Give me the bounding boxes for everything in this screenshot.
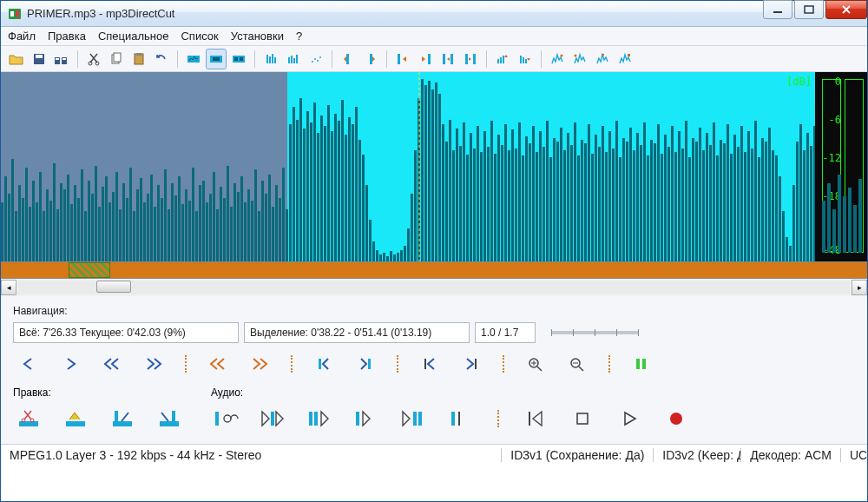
svg-rect-210	[542, 147, 545, 261]
svg-point-33	[317, 60, 319, 62]
svg-rect-184	[452, 150, 455, 261]
horizontal-scrollbar[interactable]: ◂ ▸	[1, 279, 867, 296]
nav-forward-button[interactable]	[138, 352, 169, 376]
fx-c-button[interactable]	[592, 49, 613, 69]
play-after-sel-button[interactable]	[398, 406, 430, 432]
svg-rect-259	[713, 122, 715, 261]
minimize-button[interactable]	[763, 0, 792, 19]
svg-rect-127	[254, 169, 257, 261]
waveview-b-button[interactable]	[283, 49, 304, 69]
svg-rect-207	[532, 126, 535, 261]
fx-d-button[interactable]	[615, 49, 635, 69]
zoom-slider[interactable]	[551, 331, 638, 334]
svg-rect-175	[421, 79, 424, 261]
view-mode-b-button[interactable]	[206, 49, 227, 69]
svg-rect-106	[181, 204, 184, 261]
copy-button[interactable]	[106, 49, 127, 69]
svg-rect-151	[338, 121, 340, 261]
cut-button[interactable]	[83, 49, 104, 69]
play-button[interactable]	[614, 406, 645, 432]
save-button[interactable]	[29, 49, 49, 69]
menu-help[interactable]: ?	[296, 30, 302, 43]
mark-out-button[interactable]	[360, 49, 381, 69]
paste-button[interactable]	[128, 49, 149, 69]
edit-trim-button[interactable]	[60, 406, 91, 432]
waveview-c-button[interactable]	[306, 49, 326, 69]
svg-rect-92	[133, 211, 135, 261]
svg-rect-180	[438, 94, 441, 261]
open-button[interactable]	[6, 49, 27, 69]
svg-rect-128	[258, 211, 260, 261]
nav-frame-back-button[interactable]	[414, 352, 445, 376]
sel-end-left-button[interactable]	[437, 49, 458, 69]
nav-last-button[interactable]	[55, 352, 86, 376]
view-mode-c-button[interactable]	[228, 49, 249, 69]
play-from-sel-start-button[interactable]	[258, 406, 289, 432]
view-mode-a-button[interactable]	[183, 49, 204, 69]
fx-a-button[interactable]	[547, 49, 568, 69]
undo-button[interactable]	[151, 49, 172, 69]
menu-file[interactable]: Файл	[8, 30, 36, 43]
mark-in-button[interactable]	[338, 49, 358, 69]
waveform-display[interactable]: [dB] 0 -6 -12 -18 -48	[1, 72, 867, 261]
svg-rect-272	[758, 157, 760, 261]
gain-a-button[interactable]	[492, 49, 513, 69]
sel-end-right-button[interactable]	[460, 49, 481, 69]
menu-edit[interactable]: Правка	[48, 30, 86, 43]
svg-rect-189	[470, 133, 472, 261]
play-to-sel-end-button[interactable]	[352, 406, 383, 432]
edit-fade-out-button[interactable]	[154, 406, 185, 432]
svg-rect-40	[450, 54, 453, 64]
svg-rect-232	[619, 157, 621, 261]
timeline-selection[interactable]	[69, 262, 110, 278]
svg-rect-84	[105, 176, 108, 261]
show-selection-button[interactable]	[626, 352, 657, 376]
waveview-a-button[interactable]	[260, 49, 281, 69]
play-sel-button[interactable]	[305, 406, 336, 432]
fx-b-button[interactable]	[569, 49, 590, 69]
nav-frame-fwd-button[interactable]	[456, 352, 487, 376]
record-button[interactable]	[661, 406, 692, 432]
svg-rect-194	[487, 147, 490, 261]
svg-rect-245	[664, 135, 667, 261]
svg-rect-212	[549, 157, 552, 261]
svg-rect-77	[81, 169, 83, 261]
maximize-button[interactable]	[794, 0, 824, 19]
svg-rect-115	[213, 172, 215, 261]
zoom-out-button[interactable]	[562, 352, 593, 376]
scroll-thumb[interactable]	[96, 281, 131, 293]
sel-start-left-button[interactable]	[392, 49, 413, 69]
skip-back-button[interactable]	[520, 406, 551, 432]
nav-first-button[interactable]	[13, 352, 44, 376]
timeline-overview[interactable]	[1, 261, 867, 279]
svg-rect-315	[271, 412, 274, 426]
close-button[interactable]	[825, 0, 867, 19]
scroll-left-button[interactable]: ◂	[1, 280, 16, 295]
edit-fade-in-button[interactable]	[107, 406, 138, 432]
svg-rect-261	[720, 140, 722, 261]
nav-rewind-button[interactable]	[96, 352, 128, 376]
menu-special[interactable]: Специальное	[98, 30, 169, 43]
svg-rect-36	[370, 54, 372, 64]
save-split-button[interactable]	[51, 49, 72, 69]
nav-sel-start-button[interactable]	[308, 352, 339, 376]
svg-rect-309	[66, 421, 85, 426]
svg-rect-287	[810, 146, 812, 261]
svg-rect-320	[418, 412, 422, 426]
gain-b-button[interactable]	[515, 49, 536, 69]
loop-button[interactable]	[211, 406, 242, 432]
svg-rect-247	[671, 126, 674, 261]
nav-prev-mark-button[interactable]	[202, 352, 233, 376]
sel-start-right-button[interactable]	[415, 49, 436, 69]
nav-sel-end-button[interactable]	[350, 352, 381, 376]
play-sel-end-button[interactable]	[445, 406, 477, 432]
stop-button[interactable]	[567, 406, 598, 432]
svg-rect-166	[390, 251, 392, 261]
scroll-right-button[interactable]: ▸	[852, 280, 867, 295]
edit-cut-button[interactable]	[13, 406, 44, 432]
menu-list[interactable]: Список	[181, 30, 218, 43]
nav-next-mark-button[interactable]	[244, 352, 275, 376]
menu-settings[interactable]: Установки	[231, 30, 284, 43]
db-scale: [dB] 0 -6 -12 -18 -48	[815, 72, 867, 261]
zoom-in-button[interactable]	[520, 352, 551, 376]
